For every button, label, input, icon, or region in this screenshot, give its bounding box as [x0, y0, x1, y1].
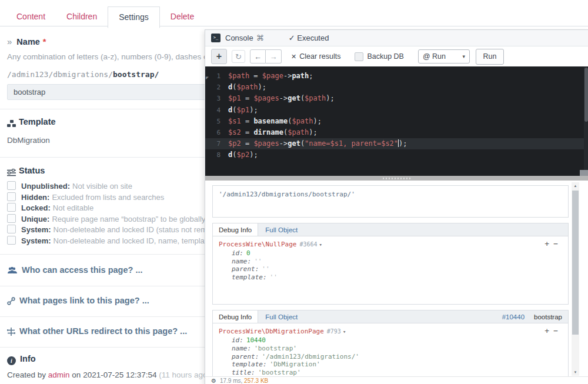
time-stat: 17.9 ms,	[220, 378, 242, 384]
required-asterisk: *	[43, 37, 46, 46]
code-token: $p1	[228, 94, 241, 102]
panel-resize-handle[interactable]	[205, 176, 588, 181]
backup-db-checkbox[interactable]	[355, 52, 363, 61]
clear-results-button[interactable]: ✕Clear results	[291, 52, 340, 61]
pages-link-link[interactable]: What pages link to this page? ...	[7, 296, 149, 305]
prop-value: 10440	[246, 336, 266, 344]
dump-class-line: ProcessWire\NullPage#3664▾ +−	[219, 240, 562, 249]
created-ago: (11 hours ago)	[159, 370, 210, 379]
prop-value: 0	[246, 249, 250, 257]
system-checkbox[interactable]	[7, 225, 16, 233]
unique-checkbox[interactable]	[7, 214, 16, 223]
tab-delete[interactable]: Delete	[160, 6, 205, 28]
code-line[interactable]: 3$p1 = $pages->get($path);	[205, 93, 584, 104]
backup-db-toggle[interactable]: Backup DB	[355, 52, 404, 61]
page-tabbar: Content Children Settings Delete	[6, 6, 205, 28]
code-editor[interactable]: ◤1$path = $page->path;2d($path);3$p1 = $…	[205, 66, 588, 176]
run-button[interactable]: Run	[476, 49, 504, 65]
tab-settings[interactable]: Settings	[108, 6, 160, 28]
code-line[interactable]: 6$s2 = dirname($path);	[205, 127, 584, 138]
code-line[interactable]: 4d($p1);	[205, 105, 584, 116]
line-number: 7	[205, 138, 220, 149]
scroll-down-arrow[interactable]: ▼	[572, 369, 579, 376]
code-token: "name=$s1, parent=$s2"	[305, 139, 398, 148]
redirect-urls-link[interactable]: What other URLs redirect to this page? .…	[7, 326, 187, 336]
code-line[interactable]: 5$s1 = basename($path);	[205, 116, 584, 127]
dump-expand-collapse[interactable]: +−	[544, 326, 562, 335]
collapse-icon[interactable]: −	[553, 239, 562, 248]
prop-row: title:'bootstrap'	[232, 369, 562, 377]
code-lines: ◤1$path = $page->path;2d($path);3$p1 = $…	[205, 71, 584, 161]
prop-row: parent:''	[232, 265, 562, 273]
code-token: $p1	[236, 106, 249, 114]
page-path: /admin123/dbmigrations/bootstrap/	[7, 70, 159, 79]
sliders-icon	[7, 167, 19, 176]
status-section-heading[interactable]: Status	[7, 166, 45, 176]
clear-results-label: Clear results	[299, 52, 340, 61]
tab-full-object[interactable]: Full Object	[258, 310, 305, 323]
code-line[interactable]: 7$p2 = $pages->get("name=$s1, parent=$s2…	[205, 138, 584, 149]
collapse-icon[interactable]: −	[553, 326, 562, 335]
console-toolbar: + ↻ ← → ✕Clear results Backup DB @ Run▾ …	[205, 46, 588, 66]
name-section-heading[interactable]: »Name*	[7, 36, 46, 46]
created-author-link[interactable]: admin	[48, 370, 70, 379]
tab-full-object[interactable]: Full Object	[258, 223, 305, 236]
page-id-link[interactable]: #10440	[502, 313, 524, 320]
who-can-access-link[interactable]: Who can access this page? ...	[7, 265, 142, 275]
move-handle-button[interactable]: +	[211, 49, 227, 64]
prop-row: template:'DbMigration'	[232, 360, 562, 369]
console-header[interactable]: >_ Console ⌘ ✓ Executed	[205, 30, 588, 46]
collapse-caret-icon[interactable]: ▾	[319, 242, 322, 248]
history-forward-button[interactable]: →	[266, 49, 282, 64]
class-name: ProcessWire\NullPage	[219, 241, 296, 248]
editor-scroll-corner	[580, 170, 588, 176]
prop-row: id:0	[232, 249, 562, 258]
dump-body: ProcessWire\DbMigrationPage#793▾ +− id:1…	[213, 323, 568, 377]
tab-debug-info[interactable]: Debug Info	[213, 310, 258, 323]
system-checkbox-2[interactable]	[7, 236, 16, 245]
expand-icon[interactable]: +	[544, 239, 553, 248]
prop-row: parent:'/admin123/dbmigrations/'	[232, 353, 562, 361]
memory-stat: 257.3 KB	[244, 378, 268, 384]
hidden-checkbox[interactable]	[7, 192, 16, 201]
code-token: $path	[305, 94, 326, 102]
name-title: Name	[16, 37, 40, 46]
dump-expand-collapse[interactable]: +−	[544, 239, 562, 248]
run-mode-select[interactable]: @ Run▾	[418, 49, 470, 64]
created-timestamp: 2021-07-25 12:37:54	[83, 370, 156, 379]
prop-value: 'bootstrap'	[254, 345, 297, 352]
code-token: );	[258, 83, 266, 91]
reload-button[interactable]: ↻	[232, 50, 245, 63]
prop-row: template:''	[232, 273, 562, 282]
console-results: '/admin123/dbmigrations/bootstrap/' Debu…	[205, 181, 588, 377]
executed-status: ✓ Executed	[289, 34, 329, 42]
info-section-heading[interactable]: iInfo	[7, 354, 36, 365]
object-ref: #3664	[299, 241, 317, 248]
results-scrollbar-thumb[interactable]	[572, 191, 579, 335]
expand-icon[interactable]: +	[544, 326, 553, 335]
gear-icon: ⚙	[211, 378, 216, 384]
pages-link-label: What pages link to this page? ...	[19, 296, 149, 305]
code-token: =	[241, 117, 254, 125]
template-section-heading[interactable]: Template	[7, 117, 56, 128]
collapse-caret-icon[interactable]: ▾	[343, 329, 346, 335]
tab-debug-info[interactable]: Debug Info	[213, 223, 258, 236]
editor-scrollbar[interactable]	[584, 66, 588, 170]
history-back-button[interactable]: ←	[250, 49, 266, 64]
results-scrollbar[interactable]: ▲ ▼	[572, 182, 579, 376]
editor-scrollbar-thumb[interactable]	[584, 68, 588, 122]
prop-value: 'DbMigration'	[270, 360, 320, 368]
code-line[interactable]: ◤1$path = $page->path;	[205, 71, 584, 82]
tab-children[interactable]: Children	[56, 6, 108, 28]
line-number: 3	[205, 93, 220, 104]
code-token: $path	[292, 117, 313, 125]
scroll-up-arrow[interactable]: ▲	[572, 182, 579, 189]
prop-key: id:	[232, 249, 243, 257]
code-line[interactable]: 8d($p2);	[205, 149, 584, 161]
code-line[interactable]: 2d($path);	[205, 82, 584, 93]
tab-content[interactable]: Content	[6, 6, 56, 28]
unpublished-checkbox[interactable]	[7, 181, 16, 190]
page-path-prefix: /admin123/dbmigrations/	[7, 70, 113, 79]
locked-checkbox[interactable]	[7, 203, 16, 212]
page-path-name: bootstrap/	[113, 70, 159, 79]
